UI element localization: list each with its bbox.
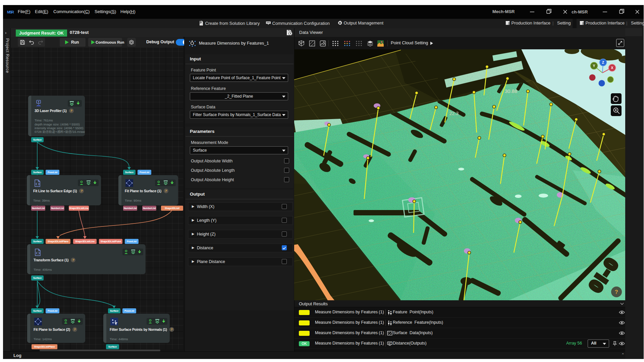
svg-text:22.3: 22.3 — [449, 111, 459, 116]
svg-text:30.88: 30.88 — [505, 88, 518, 94]
svg-text:X: X — [611, 66, 613, 70]
svg-text:?: ? — [615, 289, 618, 295]
svg-text:MSR: MSR — [7, 10, 14, 14]
svg-text:Z: Z — [602, 60, 604, 64]
svg-text:Y: Y — [593, 64, 595, 68]
svg-text:ch-MSR: ch-MSR — [572, 9, 588, 14]
